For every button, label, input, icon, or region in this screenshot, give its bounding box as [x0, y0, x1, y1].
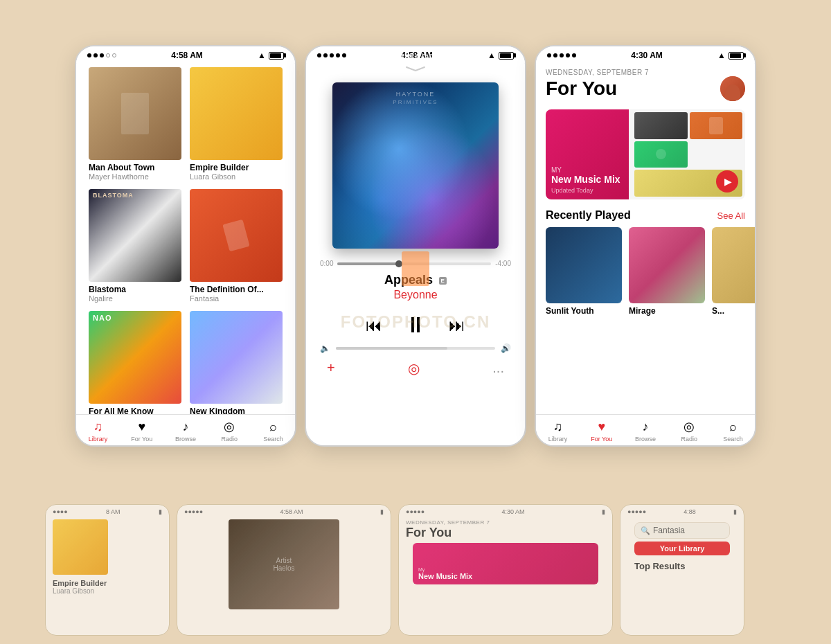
bottom-battery-3: ▮: [602, 508, 605, 515]
bottom-status-2: ●●●●● 4:58 AM ▮: [177, 505, 391, 517]
search-input-icon: 🔍: [641, 526, 650, 535]
bottom-status-1: ●●●● 8 AM ▮: [46, 505, 169, 517]
bottom-battery-4: ▮: [733, 508, 737, 515]
search-input-value: Fantasia: [653, 526, 685, 535]
bottom-content-3: WEDNESDAY, SEPTEMBER 7 For You My New Mu…: [399, 517, 612, 590]
for-you-small-title: For You: [406, 526, 605, 540]
bottom-strip: ●●●● 8 AM ▮ Empire Builder Luara Gibson …: [0, 499, 831, 644]
top-results-title: Top Results: [627, 558, 737, 574]
bottom-signal-1: ●●●●: [53, 508, 68, 515]
bottom-status-4: ●●●●● 4:88 ▮: [620, 505, 744, 517]
bottom-phone-empire: ●●●● 8 AM ▮ Empire Builder Luara Gibson: [45, 504, 170, 636]
mix-small-label: My: [418, 567, 593, 572]
bottom-time-3: 4:30 AM: [502, 508, 525, 515]
bottom-album-title-1: Empire Builder: [53, 579, 162, 587]
bottom-track-label: Haelos: [273, 564, 294, 572]
bottom-album-cover-1: [53, 519, 108, 575]
bottom-battery-2: ▮: [380, 508, 384, 515]
bottom-album-artist-1: Luara Gibson: [53, 587, 162, 595]
bottom-status-3: ●●●●● 4:30 AM ▮: [399, 505, 612, 517]
rp-cover-sunlit-youth: [546, 227, 622, 303]
mix-small-title: New Music Mix: [418, 572, 593, 580]
mix-small-card: My New Music Mix: [413, 543, 598, 584]
search-input-box[interactable]: 🔍 Fantasia: [634, 522, 730, 539]
your-library-button[interactable]: Your Library: [634, 542, 730, 555]
list-item[interactable]: Sunlit Youth: [546, 227, 622, 316]
bottom-signal-2: ●●●●●: [184, 508, 203, 515]
bottom-phone-player: ●●●●● 4:58 AM ▮ Artist Haelos: [177, 504, 391, 636]
phone-for-you: 4:30 AM ▲ WEDNESDAY, SEPTEMBER 7 For You: [535, 45, 756, 447]
bottom-content-4: 🔍 Fantasia Your Library Top Results: [620, 517, 744, 577]
bottom-signal-3: ●●●●●: [406, 508, 425, 515]
bottom-phone-for-you-small: ●●●●● 4:30 AM ▮ WEDNESDAY, SEPTEMBER 7 F…: [398, 504, 613, 636]
bottom-artist-label: Artist: [273, 557, 294, 564]
bottom-content-1: Empire Builder Luara Gibson: [46, 517, 169, 598]
bottom-time-2: 4:58 AM: [280, 508, 303, 515]
recently-played-row: Sunlit Youth MIRAGE Mirage S...: [536, 224, 755, 319]
bottom-album-cover-2: Artist Haelos: [229, 519, 339, 609]
bottom-signal-4: ●●●●●: [627, 508, 646, 515]
bottom-battery-1: ▮: [159, 508, 162, 515]
for-you-small-date: WEDNESDAY, SEPTEMBER 7: [406, 519, 605, 526]
main-phones-container: 4:58 AM ▲ Man About Town Mayer: [45, 45, 786, 492]
bottom-time-4: 4:88: [683, 508, 696, 515]
bottom-content-2: Artist Haelos: [177, 517, 391, 612]
bottom-phone-search: ●●●●● 4:88 ▮ 🔍 Fantasia Your Library Top…: [620, 504, 744, 636]
bottom-time-1: 8 AM: [106, 508, 120, 515]
